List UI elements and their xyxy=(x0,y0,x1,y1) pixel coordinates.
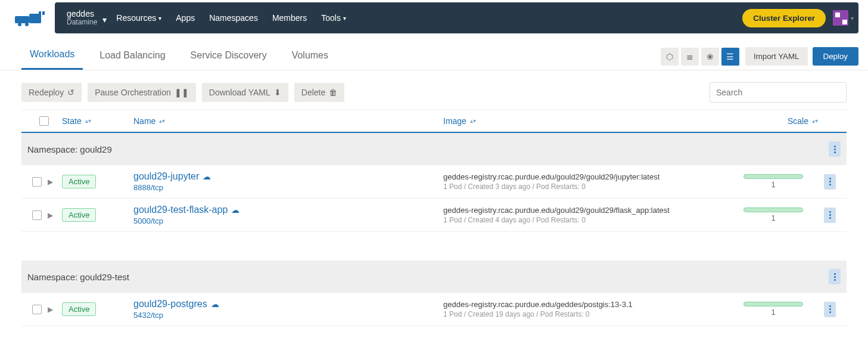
sort-icon: ▴▾ xyxy=(159,119,165,123)
tab-load-balancing[interactable]: Load Balancing xyxy=(91,44,173,69)
chevron-down-icon: ▾ xyxy=(102,16,107,24)
redo-icon: ↺ xyxy=(67,88,74,97)
pod-meta: 1 Pod / Created 3 days ago / Pod Restart… xyxy=(443,182,729,191)
expand-icon[interactable]: ▶ xyxy=(48,178,53,186)
port-link[interactable]: 8888/tcp xyxy=(133,183,163,192)
namespace-label: Namespace: gould29 xyxy=(27,144,112,154)
scale-value: 1 xyxy=(771,180,775,189)
row-menu-button[interactable] xyxy=(824,174,836,190)
nav-apps-label: Apps xyxy=(176,13,195,23)
rancher-logo[interactable] xyxy=(10,9,51,27)
delete-button[interactable]: Delete🗑 xyxy=(294,83,344,102)
row-checkbox[interactable] xyxy=(32,210,42,220)
nav-tools-label: Tools xyxy=(321,13,341,23)
deploy-button[interactable]: Deploy xyxy=(813,47,859,66)
view-switcher: ⬡ ≣ ❀ ☰ xyxy=(661,48,739,66)
workload-link[interactable]: gould29-jupyter xyxy=(133,171,199,182)
svg-rect-0 xyxy=(15,16,29,23)
scale-bar xyxy=(743,174,803,179)
download-label: Download YAML xyxy=(209,88,270,97)
redeploy-button[interactable]: Redeploy↺ xyxy=(21,83,82,102)
pod-meta: 1 Pod / Created 4 days ago / Pod Restart… xyxy=(443,216,729,224)
import-yaml-button[interactable]: Import YAML xyxy=(745,47,808,66)
header-scale-label: Scale xyxy=(788,116,808,126)
port-link[interactable]: 5432/tcp xyxy=(133,311,163,320)
header-state[interactable]: State▴▾ xyxy=(62,116,133,126)
user-menu[interactable]: ▾ xyxy=(833,10,854,26)
namespace-menu-button[interactable] xyxy=(829,141,841,157)
namespace-menu-button[interactable] xyxy=(829,269,841,284)
view-cube-icon[interactable]: ⬡ xyxy=(661,48,679,66)
sub-nav: Workloads Load Balancing Service Discove… xyxy=(0,36,868,70)
scale-value: 1 xyxy=(771,308,775,317)
trash-icon: 🗑 xyxy=(329,88,337,97)
avatar-icon xyxy=(833,10,848,26)
chevron-down-icon: ▾ xyxy=(158,15,161,21)
image-text: geddes-registry.rcac.purdue.edu/gould29/… xyxy=(443,172,729,181)
nav-members-label: Members xyxy=(272,13,307,23)
svg-rect-2 xyxy=(39,11,41,15)
expand-icon[interactable]: ▶ xyxy=(48,305,53,314)
scale-bar xyxy=(743,302,803,306)
nav-resources[interactable]: Resources▾ xyxy=(109,2,169,33)
pause-button[interactable]: Pause Orchestration❚❚ xyxy=(88,83,196,102)
chevron-down-icon: ▾ xyxy=(851,15,854,21)
svg-rect-1 xyxy=(29,14,41,23)
svg-rect-3 xyxy=(42,11,45,15)
cluster-explorer-button[interactable]: Cluster Explorer xyxy=(742,9,826,27)
view-cluster-icon[interactable]: ❀ xyxy=(701,48,719,66)
sort-icon: ▴▾ xyxy=(85,119,91,123)
main-nav: geddes Datamine ▾ Resources▾ Apps Namesp… xyxy=(55,2,858,33)
row-menu-button[interactable] xyxy=(824,208,836,223)
header-image-label: Image xyxy=(443,116,466,126)
table-row: ▶ Active gould29-test-flask-app☁ 5000/tc… xyxy=(21,199,847,232)
cloud-icon: ☁ xyxy=(203,172,211,181)
tab-service-discovery[interactable]: Service Discovery xyxy=(182,44,275,69)
action-bar: Redeploy↺ Pause Orchestration❚❚ Download… xyxy=(0,70,868,110)
workloads-table: State▴▾ Name▴▾ Image▴▾ Scale▴▾ Namespace… xyxy=(21,110,847,326)
cluster-selector[interactable]: geddes Datamine ▾ xyxy=(55,5,109,32)
header-name[interactable]: Name▴▾ xyxy=(133,116,443,126)
select-all-checkbox[interactable] xyxy=(39,116,49,126)
cloud-icon: ☁ xyxy=(231,205,239,215)
search-input[interactable] xyxy=(710,82,847,103)
status-badge: Active xyxy=(62,302,96,316)
namespace-group-header: Namespace: gould29 xyxy=(21,133,847,165)
header-image[interactable]: Image▴▾ xyxy=(443,116,729,126)
header-scale[interactable]: Scale▴▾ xyxy=(729,116,818,126)
topbar: geddes Datamine ▾ Resources▾ Apps Namesp… xyxy=(0,0,868,36)
svg-point-5 xyxy=(25,23,29,26)
chevron-down-icon: ▾ xyxy=(343,15,346,21)
cluster-name: geddes xyxy=(67,10,97,18)
sort-icon: ▴▾ xyxy=(470,119,476,123)
cloud-icon: ☁ xyxy=(211,299,219,309)
nav-namespaces[interactable]: Namespaces xyxy=(202,2,265,33)
image-text: geddes-registry.rcac.purdue.edu/geddes/p… xyxy=(443,300,729,309)
nav-apps[interactable]: Apps xyxy=(169,2,202,33)
expand-icon[interactable]: ▶ xyxy=(48,211,53,219)
pause-label: Pause Orchestration xyxy=(95,88,171,97)
nav-members[interactable]: Members xyxy=(265,2,314,33)
scale-value: 1 xyxy=(771,213,775,222)
tab-volumes[interactable]: Volumes xyxy=(284,44,337,69)
status-badge: Active xyxy=(62,175,96,188)
port-link[interactable]: 5000/tcp xyxy=(133,216,163,225)
status-badge: Active xyxy=(62,208,96,222)
workload-link[interactable]: gould29-test-flask-app xyxy=(133,205,228,215)
pod-meta: 1 Pod / Created 19 days ago / Pod Restar… xyxy=(443,310,729,318)
table-row: ▶ Active gould29-postgres☁ 5432/tcp gedd… xyxy=(21,293,847,326)
download-yaml-button[interactable]: Download YAML⬇ xyxy=(202,83,288,102)
nav-namespaces-label: Namespaces xyxy=(209,13,258,23)
sort-icon: ▴▾ xyxy=(812,119,818,123)
pause-icon: ❚❚ xyxy=(175,88,189,97)
view-list-icon[interactable]: ☰ xyxy=(721,48,739,66)
search-box xyxy=(710,82,847,103)
workload-link[interactable]: gould29-postgres xyxy=(133,299,207,309)
row-menu-button[interactable] xyxy=(824,302,836,317)
tab-workloads[interactable]: Workloads xyxy=(21,43,83,70)
view-rows-icon[interactable]: ≣ xyxy=(681,48,699,66)
row-checkbox[interactable] xyxy=(32,305,42,314)
row-checkbox[interactable] xyxy=(32,177,42,187)
nav-tools[interactable]: Tools▾ xyxy=(314,2,353,33)
scale-bar xyxy=(743,208,803,212)
